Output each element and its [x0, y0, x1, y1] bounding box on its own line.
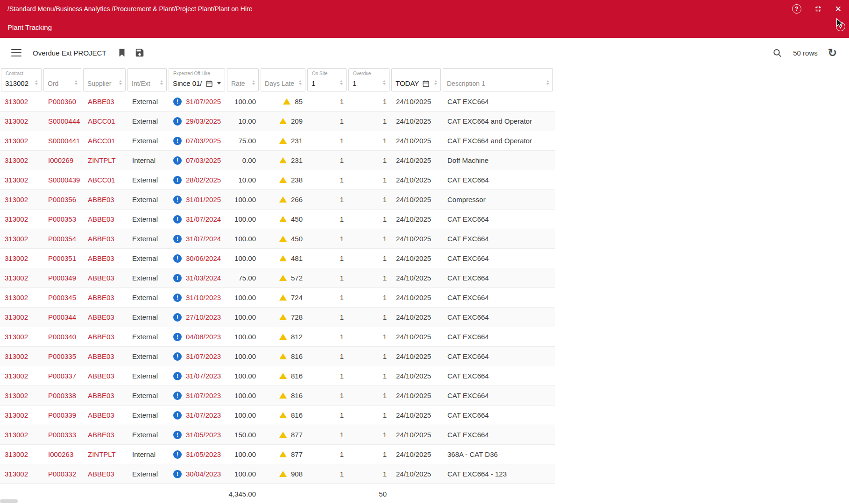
off-hire-date[interactable]: 31/07/2023 — [186, 372, 221, 380]
off-hire-filter-value[interactable]: Since 01/ — [173, 79, 202, 87]
close-icon[interactable] — [835, 5, 842, 13]
cell-supplier[interactable]: ABBE03 — [83, 210, 127, 229]
cell-contract[interactable]: 313002 — [0, 327, 43, 346]
off-hire-date[interactable]: 04/08/2023 — [186, 333, 221, 341]
cell-supplier[interactable]: ABBE03 — [83, 464, 127, 483]
column-ord[interactable]: Ord — [43, 68, 81, 91]
column-contract[interactable]: Contract 313002 — [1, 68, 42, 91]
exit-fullscreen-icon[interactable] — [814, 4, 823, 14]
refresh-icon[interactable] — [828, 48, 837, 58]
sort-icon[interactable] — [299, 80, 302, 85]
sort-icon[interactable] — [434, 80, 437, 85]
off-hire-date[interactable]: 31/07/2024 — [186, 235, 221, 243]
search-icon[interactable] — [772, 48, 783, 58]
column-description[interactable]: Description 1 — [443, 68, 553, 91]
sort-icon[interactable] — [383, 80, 386, 85]
calendar-icon[interactable] — [422, 80, 430, 87]
column-supplier[interactable]: Supplier — [83, 68, 126, 91]
cell-supplier[interactable]: ABBE03 — [83, 229, 127, 248]
off-hire-date[interactable]: 31/03/2024 — [186, 274, 221, 282]
cell-ord[interactable]: P000332 — [43, 464, 83, 483]
cell-ord[interactable]: P000340 — [43, 327, 83, 346]
cell-ord[interactable]: P000337 — [43, 366, 83, 385]
cell-contract[interactable]: 313002 — [0, 190, 43, 209]
cell-supplier[interactable]: ZINTPLT — [83, 151, 127, 170]
cell-ord[interactable]: P000344 — [43, 308, 83, 327]
off-hire-date[interactable]: 31/07/2024 — [186, 215, 221, 223]
save-icon[interactable] — [134, 48, 145, 58]
cell-ord[interactable]: P000333 — [43, 425, 83, 444]
cell-ord[interactable]: P000345 — [43, 288, 83, 307]
column-overdue[interactable]: Overdue 1 — [348, 68, 389, 91]
cell-supplier[interactable]: ABCC01 — [83, 170, 127, 189]
sort-icon[interactable] — [546, 80, 549, 85]
cell-contract[interactable]: 313002 — [0, 170, 43, 189]
column-expected-off-hire[interactable]: Expected Off Hire Since 01/ — [169, 68, 225, 91]
column-int-ext[interactable]: Int/Ext — [127, 68, 167, 91]
cell-ord[interactable]: P000356 — [43, 190, 83, 209]
cell-contract[interactable]: 313002 — [0, 464, 43, 483]
cell-supplier[interactable]: ABBE03 — [83, 425, 127, 444]
cell-supplier[interactable]: ABBE03 — [83, 406, 127, 425]
cell-ord[interactable]: P000351 — [43, 249, 83, 268]
cell-supplier[interactable]: ABBE03 — [83, 308, 127, 327]
off-hire-date[interactable]: 27/10/2023 — [186, 313, 221, 321]
column-days-late[interactable]: Days Late — [261, 68, 305, 91]
cell-contract[interactable]: 313002 — [0, 386, 43, 405]
cell-contract[interactable]: 313002 — [0, 425, 43, 444]
cell-contract[interactable]: 313002 — [0, 151, 43, 170]
cell-ord[interactable]: P000354 — [43, 229, 83, 248]
cell-supplier[interactable]: ABBE03 — [83, 347, 127, 366]
cell-supplier[interactable]: ABBE03 — [83, 327, 127, 346]
calendar-icon[interactable] — [205, 80, 213, 87]
cell-contract[interactable]: 313002 — [0, 366, 43, 385]
bookmark-icon[interactable] — [117, 48, 127, 58]
cell-ord[interactable]: P000353 — [43, 210, 83, 229]
cell-contract[interactable]: 313002 — [0, 131, 43, 150]
cell-contract[interactable]: 313002 — [0, 288, 43, 307]
off-hire-date[interactable]: 31/05/2023 — [186, 431, 221, 439]
cell-ord[interactable]: P000335 — [43, 347, 83, 366]
off-hire-date[interactable]: 30/06/2024 — [186, 254, 221, 262]
cell-contract[interactable]: 313002 — [0, 112, 43, 131]
cell-ord[interactable]: P000349 — [43, 268, 83, 287]
dropdown-caret-icon[interactable] — [217, 82, 221, 84]
off-hire-date[interactable]: 30/04/2023 — [186, 470, 221, 478]
cell-contract[interactable]: 313002 — [0, 445, 43, 464]
cell-contract[interactable]: 313002 — [0, 268, 43, 287]
contract-filter-value[interactable]: 313002 — [5, 79, 37, 87]
column-on-site[interactable]: On Site 1 — [307, 68, 347, 91]
cell-supplier[interactable]: ABBE03 — [83, 386, 127, 405]
menu-icon[interactable] — [11, 49, 21, 56]
cell-supplier[interactable]: ABBE03 — [83, 92, 127, 111]
sort-icon[interactable] — [160, 80, 163, 85]
off-hire-date[interactable]: 29/03/2025 — [186, 117, 221, 125]
off-hire-date[interactable]: 31/07/2023 — [186, 392, 221, 399]
cell-supplier[interactable]: ABBE03 — [83, 268, 127, 287]
off-hire-date[interactable]: 31/07/2023 — [186, 411, 221, 419]
sort-icon[interactable] — [340, 80, 343, 85]
off-hire-date[interactable]: 07/03/2025 — [186, 137, 221, 145]
cell-ord[interactable]: P000339 — [43, 406, 83, 425]
breadcrumb[interactable]: /Standard Menu/Business Analytics /Procu… — [7, 5, 253, 13]
cell-contract[interactable]: 313002 — [0, 249, 43, 268]
cell-contract[interactable]: 313002 — [0, 92, 43, 111]
column-today[interactable]: TODAY — [391, 68, 441, 91]
column-rate[interactable]: Rate — [227, 68, 259, 91]
off-hire-date[interactable]: 31/05/2023 — [186, 450, 221, 458]
off-hire-date[interactable]: 31/01/2025 — [186, 196, 221, 203]
off-hire-date[interactable]: 31/07/2025 — [186, 98, 221, 105]
rows-count[interactable]: 50 rows — [793, 49, 818, 57]
sort-icon[interactable] — [119, 80, 122, 85]
cell-ord[interactable]: P000338 — [43, 386, 83, 405]
cell-supplier[interactable]: ABBE03 — [83, 366, 127, 385]
cell-contract[interactable]: 313002 — [0, 347, 43, 366]
overdue-filter-value[interactable]: 1 — [353, 79, 385, 87]
cell-supplier[interactable]: ABBE03 — [83, 190, 127, 209]
cell-ord[interactable]: S0000444 — [43, 112, 83, 131]
cell-supplier[interactable]: ABBE03 — [83, 249, 127, 268]
cell-ord[interactable]: S0000441 — [43, 131, 83, 150]
cell-supplier[interactable]: ABCC01 — [83, 112, 127, 131]
sort-icon[interactable] — [35, 80, 38, 85]
off-hire-date[interactable]: 31/07/2023 — [186, 352, 221, 360]
